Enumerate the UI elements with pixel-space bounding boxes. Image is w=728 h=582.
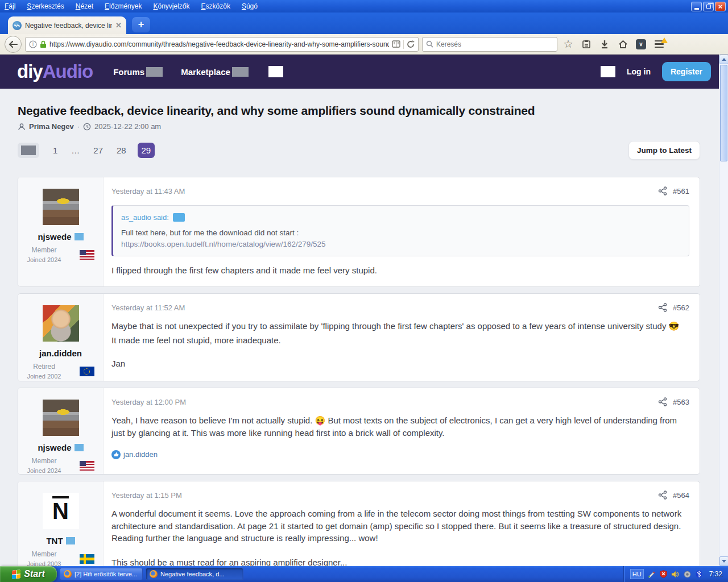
search-icon xyxy=(426,40,433,48)
taskbar-window-2-active[interactable]: Negative feedback, d... xyxy=(146,568,243,580)
new-tab-button[interactable]: + xyxy=(132,17,150,32)
back-button[interactable] xyxy=(5,36,22,53)
window-titlebar: Fájl Szerkesztés Nézet Előzmények Könyvj… xyxy=(0,0,728,13)
nav-forums[interactable]: Forums xyxy=(113,67,163,77)
menu-tools[interactable]: Eszközök xyxy=(201,2,230,10)
jump-to-latest-button[interactable]: Jump to Latest xyxy=(628,141,700,160)
register-button[interactable]: Register xyxy=(662,62,711,81)
language-indicator[interactable]: HU xyxy=(630,569,644,579)
page-link-29-current[interactable]: 29 xyxy=(138,143,155,158)
menu-history[interactable]: Előzmények xyxy=(105,2,142,10)
pagination-prev-button[interactable] xyxy=(18,143,39,158)
close-button[interactable]: × xyxy=(715,2,726,11)
minimize-icon xyxy=(694,8,699,10)
post-text-line2: It made me feel not stupid, more inadequ… xyxy=(111,334,689,346)
liked-by-user[interactable]: jan.didden xyxy=(123,450,158,459)
post-text: I flipped through the first few chapters… xyxy=(111,264,689,276)
person-icon xyxy=(18,123,26,131)
user-role: Retired xyxy=(27,363,61,371)
taskbar-clock[interactable]: 7:32 xyxy=(709,570,722,578)
home-button[interactable] xyxy=(615,37,630,52)
site-logo[interactable]: diyAudio xyxy=(17,61,93,82)
thread-author[interactable]: Prima Negev xyxy=(29,122,74,131)
avatar[interactable] xyxy=(43,305,79,342)
scroll-up-button[interactable] xyxy=(719,55,728,64)
tab-close-icon[interactable]: ✕ xyxy=(115,21,122,30)
post-timestamp[interactable]: Yesterday at 12:00 PM xyxy=(111,398,658,406)
menu-bookmarks[interactable]: Könyvjelzők xyxy=(153,2,189,10)
like-icon[interactable] xyxy=(111,450,121,459)
audio-device-icon[interactable] xyxy=(683,570,692,579)
taskbar: Start [2] Hifi erősítők terve... Negativ… xyxy=(0,566,728,582)
page-link-28[interactable]: 28 xyxy=(117,146,126,155)
volume-icon[interactable] xyxy=(671,570,680,579)
scrollbar-thumb[interactable] xyxy=(720,65,727,161)
hamburger-menu-button[interactable] xyxy=(652,37,667,52)
search-input[interactable] xyxy=(436,40,553,48)
user-joined: Joined 2003 xyxy=(27,560,61,566)
menu-file[interactable]: Fájl xyxy=(5,2,15,10)
tablet-pen-icon[interactable] xyxy=(647,570,656,579)
restore-button[interactable] xyxy=(703,2,714,11)
post-number[interactable]: #562 xyxy=(673,304,689,312)
username[interactable]: jan.didden xyxy=(39,348,82,358)
post-timestamp[interactable]: Yesterday at 11:43 AM xyxy=(111,187,658,196)
divider xyxy=(403,40,404,49)
share-icon[interactable] xyxy=(658,397,667,406)
bookmarks-panel-button[interactable] xyxy=(579,37,594,52)
post-timestamp[interactable]: Yesterday at 11:52 AM xyxy=(111,304,658,312)
post-body: Yesterday at 12:00 PM #563 Yeah, I have … xyxy=(104,388,700,474)
vertical-scrollbar[interactable] xyxy=(719,55,728,566)
login-link[interactable]: Log in xyxy=(627,67,651,76)
lock-icon[interactable] xyxy=(40,40,47,48)
broken-image-placeholder xyxy=(21,146,36,155)
browser-tab[interactable]: Negative feedback, device lin... ✕ xyxy=(8,16,126,34)
page-link-1[interactable]: 1 xyxy=(53,146,57,155)
username[interactable]: njswede xyxy=(38,232,71,242)
avatar[interactable] xyxy=(43,400,79,436)
menu-edit[interactable]: Szerkesztés xyxy=(27,2,64,10)
downloads-button[interactable] xyxy=(597,37,612,52)
scroll-down-button[interactable] xyxy=(719,556,728,566)
pocket-button[interactable]: ∨ xyxy=(634,37,648,52)
start-button[interactable]: Start xyxy=(0,566,57,582)
bluetooth-icon[interactable] xyxy=(695,570,704,579)
us-flag-icon xyxy=(80,250,94,260)
user-joined: Joined 2002 xyxy=(27,373,61,380)
avatar[interactable]: N xyxy=(43,493,79,529)
quote-author[interactable]: as_audio said: xyxy=(121,213,169,222)
minimize-button[interactable] xyxy=(691,2,702,11)
username[interactable]: njswede xyxy=(38,443,71,452)
avatar[interactable] xyxy=(43,189,79,225)
user-joined: Joined 2024 xyxy=(27,467,61,474)
search-icon-placeholder[interactable] xyxy=(601,66,615,77)
badge-placeholder xyxy=(75,233,84,240)
reader-mode-icon[interactable] xyxy=(392,40,400,48)
menu-help[interactable]: Súgó xyxy=(242,2,258,10)
tab-title: Negative feedback, device lin... xyxy=(25,22,112,30)
share-icon[interactable] xyxy=(658,186,667,196)
post-number[interactable]: #561 xyxy=(673,187,689,196)
info-icon[interactable]: i xyxy=(29,40,37,48)
bookmark-star-button[interactable]: ☆ xyxy=(561,37,576,52)
url-input[interactable] xyxy=(49,40,389,48)
nav-marketplace[interactable]: Marketplace xyxy=(181,67,249,77)
nav-extra[interactable] xyxy=(267,66,283,77)
search-bar[interactable] xyxy=(422,37,557,52)
forum-post-562: jan.didden Retired Joined 2002 Yesterday… xyxy=(18,293,700,381)
share-icon[interactable] xyxy=(658,490,667,500)
username[interactable]: TNT xyxy=(46,536,63,546)
share-icon[interactable] xyxy=(658,303,667,312)
security-alert-shield-icon[interactable] xyxy=(659,570,668,579)
post-number[interactable]: #563 xyxy=(673,398,689,406)
page-link-27[interactable]: 27 xyxy=(93,146,103,155)
taskbar-window-1[interactable]: [2] Hifi erősítők terve... xyxy=(60,568,143,580)
expand-placeholder[interactable] xyxy=(173,213,185,222)
post-timestamp[interactable]: Yesterday at 1:15 PM xyxy=(111,491,658,500)
quote-link[interactable]: https://books.open.tudelft.nl/home/catal… xyxy=(121,240,681,248)
post-number[interactable]: #564 xyxy=(673,491,689,500)
menu-view[interactable]: Nézet xyxy=(76,2,93,10)
reload-icon[interactable] xyxy=(407,40,415,48)
url-bar[interactable]: i xyxy=(25,37,419,52)
post-body: Yesterday at 11:52 AM #562 Maybe that is… xyxy=(104,294,700,381)
